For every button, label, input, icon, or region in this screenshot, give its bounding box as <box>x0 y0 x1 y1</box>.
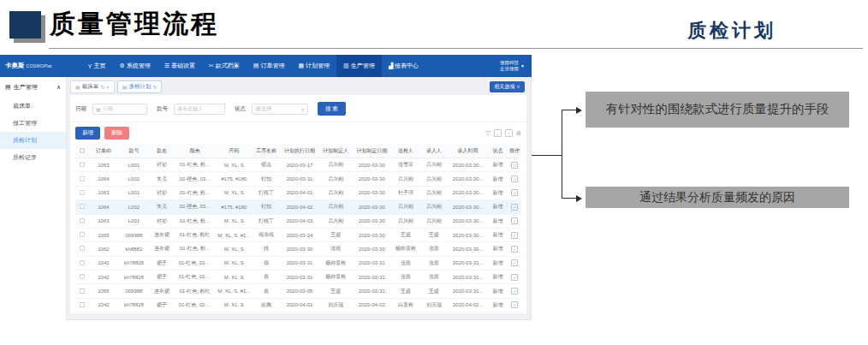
checkbox-icon <box>80 162 85 167</box>
sidebar-item-3[interactable]: 质检记录 <box>0 149 66 166</box>
tab-bar: ▤裁床单↻×▤质检计划↻ <box>67 77 532 93</box>
sidebar-group-production[interactable]: ▤ 生产管理 ∧ <box>0 77 66 98</box>
row-checkbox[interactable] <box>75 186 88 199</box>
table-cell: 吕兴刚 <box>319 200 352 214</box>
annotation-box-quality-improvement: 有针对性的围绕款式进行质量提升的手段 <box>586 92 849 128</box>
edit-icon[interactable]: ✓ <box>511 162 518 169</box>
nav-item-0[interactable]: Y主页 <box>81 55 113 77</box>
table-tool-icons: ▽↓↑⚙ <box>485 129 521 137</box>
table-cell: 吕兴刚 <box>392 172 420 186</box>
tab-0[interactable]: ▤裁床单↻× <box>70 80 115 93</box>
row-checkbox[interactable] <box>75 242 88 256</box>
table-cell: 2020-04-02 <box>352 312 391 313</box>
table-cell: 2020-04-01 <box>280 186 319 199</box>
row-checkbox[interactable] <box>75 228 88 241</box>
download-icon[interactable]: ↓ <box>494 129 502 137</box>
table-cell: 2020-03-30... <box>448 228 487 241</box>
app-navbar: 卡奥斯 COSMOPlat Y主页⚙系统管理☰基础设置✂款式档案▤订单管理▦计划… <box>0 55 532 77</box>
edit-icon[interactable]: ✓ <box>511 204 518 211</box>
table-cell: 王超 <box>319 284 352 298</box>
table-cell: 肩 <box>253 271 280 284</box>
table-cell: #175, #180 <box>216 172 253 186</box>
table-cell: 新增 <box>488 242 508 256</box>
table-cell: M, XL, S <box>216 242 253 256</box>
settings-icon: ☰ <box>164 62 169 69</box>
edit-icon[interactable]: ✓ <box>511 175 518 182</box>
column-header: 颜色 <box>174 144 215 158</box>
edit-icon[interactable]: ✓ <box>511 301 518 308</box>
sidebar-item-1[interactable]: 报工管理 <box>0 115 66 132</box>
edit-icon[interactable]: ✓ <box>511 288 518 294</box>
document-icon: ▤ <box>75 84 80 90</box>
select-all-checkbox[interactable] <box>75 144 88 158</box>
table-cell: 1065 <box>88 284 118 298</box>
table-cell: 领 <box>253 256 280 270</box>
nav-item-5[interactable]: ▦计划管理 <box>291 55 336 77</box>
add-button[interactable]: 新增 <box>75 127 100 140</box>
table-cell: kh78828 <box>118 298 149 312</box>
row-checkbox[interactable] <box>75 172 88 186</box>
delete-button[interactable]: 删除 <box>104 127 129 140</box>
search-button[interactable]: 搜 索 <box>318 102 346 116</box>
status-select[interactable]: 请选择 ∨ <box>252 104 308 115</box>
edit-icon[interactable]: ✓ <box>511 232 518 239</box>
table-cell: 2020-03-31... <box>448 256 487 270</box>
table-cell: 2020-03-24 <box>280 228 319 241</box>
column-header: 工序名称 <box>253 144 280 158</box>
row-checkbox[interactable] <box>75 271 88 284</box>
edit-icon[interactable]: ✓ <box>511 259 518 266</box>
table-cell: 吕兴刚 <box>420 158 449 172</box>
table-cell: 王超 <box>319 228 352 241</box>
style-input[interactable] <box>177 106 222 111</box>
row-operation: ✓ <box>508 242 521 256</box>
refresh-icon[interactable]: ↻ <box>100 84 104 90</box>
table-cell: 2020-03-30... <box>448 158 487 172</box>
row-checkbox[interactable] <box>75 256 88 270</box>
edit-icon[interactable]: ✓ <box>511 246 518 253</box>
nav-item-3[interactable]: ✂款式档案 <box>202 55 247 77</box>
checkbox-icon <box>80 148 85 153</box>
row-operation: ✓ <box>508 228 521 241</box>
column-header: 尺码 <box>216 144 253 158</box>
edit-icon[interactable]: ✓ <box>511 217 518 224</box>
filter-icon[interactable]: ▽ <box>485 130 490 137</box>
table-row: 1042kh78828裙子01-红色, 02-...M, XL, S肩2020-… <box>75 271 521 284</box>
upload-icon[interactable]: ↑ <box>505 129 513 137</box>
nav-item-7[interactable]: ▟报表中心 <box>382 55 425 77</box>
nav-item-6[interactable]: ▥生产管理 <box>336 55 382 77</box>
table-cell: 新增 <box>488 271 508 284</box>
table-cell: 打线丁 <box>253 186 280 199</box>
table-cell: 衬衫 <box>149 186 174 199</box>
date-input[interactable] <box>103 106 144 111</box>
row-checkbox[interactable] <box>75 214 88 228</box>
user-company: 张雨科技 <box>500 60 519 66</box>
app-logo[interactable]: 卡奥斯 COSMOPlat <box>0 62 52 70</box>
gear-icon[interactable]: ⚙ <box>516 130 521 137</box>
user-menu[interactable]: 张雨科技 企业张雨 ▼ <box>500 60 532 73</box>
close-icon[interactable]: × <box>106 85 110 90</box>
row-checkbox[interactable] <box>75 158 88 172</box>
refresh-icon[interactable]: ↻ <box>152 84 157 90</box>
nav-item-1[interactable]: ⚙系统管理 <box>112 55 157 77</box>
sidebar-item-0[interactable]: 裁床单 <box>0 98 66 115</box>
tab-1[interactable]: ▤质检计划↻ <box>117 80 163 93</box>
row-checkbox[interactable] <box>75 284 88 298</box>
edit-icon[interactable]: ✓ <box>511 274 518 281</box>
sidebar-item-2[interactable]: 质检计划 <box>0 132 66 149</box>
nav-item-label: 计划管理 <box>306 62 330 70</box>
edit-icon[interactable]: ✓ <box>511 189 518 196</box>
table-cell: M, XL, S <box>216 186 253 199</box>
row-checkbox[interactable] <box>75 312 88 313</box>
table-cell: 杨帅质检 <box>392 242 420 256</box>
table-cell: 2020-03-30... <box>448 214 487 228</box>
table-cell: M, XL, S, #1... <box>216 284 253 298</box>
nav-item-2[interactable]: ☰基础设置 <box>158 55 202 77</box>
row-checkbox[interactable] <box>75 200 88 214</box>
table-row: 1065009988连衣裙01-红色, 粉红M, XL, S, #1...领条线… <box>75 228 521 241</box>
nav-item-4[interactable]: ▤订单管理 <box>247 55 292 77</box>
checkbox-icon <box>80 218 85 223</box>
table-cell: L001 <box>118 214 149 228</box>
table-cell: 2020-03-30 <box>352 158 391 172</box>
style-label: 款号 <box>157 105 168 113</box>
row-checkbox[interactable] <box>75 298 88 312</box>
